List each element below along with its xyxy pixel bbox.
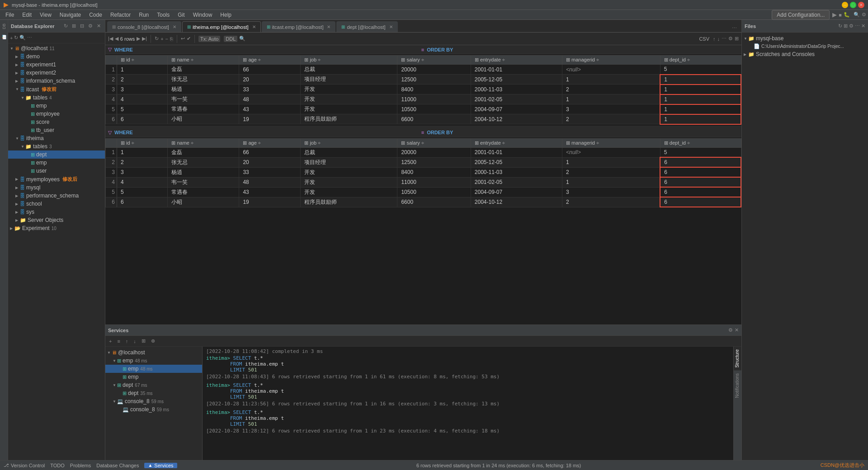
svc-emp-parent[interactable]: ▼ ⊞ emp 48 ms xyxy=(105,357,202,365)
svc-up-btn[interactable]: ↑ xyxy=(124,338,130,344)
svc-new-btn[interactable]: + xyxy=(107,338,113,344)
table-cell[interactable]: 杨逍 xyxy=(168,167,239,177)
rp-more-btn[interactable]: ⋯ xyxy=(855,23,860,29)
th-deptid-1[interactable]: ⊞ dept_id ÷ xyxy=(660,56,741,65)
search-button[interactable]: 🔍 xyxy=(854,12,860,18)
table-row[interactable]: 66小昭19程序员鼓励师66002004-10-1221 xyxy=(106,114,741,124)
table-cell[interactable]: 6600 xyxy=(397,114,471,124)
table-row[interactable]: 33杨逍33开发84002000-11-0326 xyxy=(106,167,741,177)
table-cell[interactable]: 4 xyxy=(106,177,117,187)
tab-dept[interactable]: ⊞ dept [@localhost] ✕ xyxy=(336,21,397,32)
table-cell[interactable]: 3 xyxy=(117,85,168,94)
tab-itheima-emp[interactable]: ⊞ itheima.emp [@localhost] ✕ xyxy=(182,21,261,32)
table-cell[interactable]: 1 xyxy=(562,75,660,85)
table-cell[interactable]: 2000-11-03 xyxy=(471,167,562,177)
menu-code[interactable]: Code xyxy=(85,11,106,19)
table-cell[interactable]: 11000 xyxy=(397,177,471,187)
tab-itcast-emp-close[interactable]: ✕ xyxy=(327,24,330,29)
table-cell[interactable]: 5 xyxy=(106,187,117,197)
table-cell[interactable]: 2 xyxy=(562,85,660,94)
close-button[interactable]: ✕ xyxy=(858,2,864,8)
table-cell[interactable]: 2005-12-05 xyxy=(471,157,562,167)
tree-item-demo[interactable]: ▶ 🗄 demo xyxy=(8,52,105,61)
files-scratches[interactable]: ▶ 📁 Scratches and Consoles xyxy=(742,50,868,58)
csv-btn[interactable]: CSV xyxy=(697,36,711,42)
table-cell[interactable]: 6600 xyxy=(397,197,471,207)
more-btn[interactable]: ⋯ xyxy=(27,35,32,41)
table-cell[interactable]: 2 xyxy=(106,157,117,167)
th-entrydate-1[interactable]: ⊞ entrydate ÷ xyxy=(471,56,562,65)
table-cell[interactable]: 6 xyxy=(660,177,741,187)
table-cell[interactable]: 33 xyxy=(239,85,301,94)
table-cell[interactable]: 开发 xyxy=(301,177,397,187)
menu-view[interactable]: View xyxy=(36,11,55,19)
table-cell[interactable]: 常遇春 xyxy=(168,187,239,197)
table-cell[interactable]: 19 xyxy=(239,114,301,124)
reload-btn[interactable]: ↻ xyxy=(155,36,159,42)
rp-close-btn[interactable]: ✕ xyxy=(861,23,865,29)
table-cell[interactable]: 1 xyxy=(106,65,117,75)
layout-btn[interactable]: ⊞ xyxy=(735,36,739,42)
table-cell[interactable]: 8400 xyxy=(397,167,471,177)
table-cell[interactable]: 2 xyxy=(562,167,660,177)
table-cell[interactable]: 2001-02-05 xyxy=(471,177,562,187)
table-cell[interactable]: 2 xyxy=(562,114,660,124)
table-row[interactable]: 22张无忌20项目经理125002005-12-0516 xyxy=(106,157,741,167)
table-cell[interactable]: 2004-09-07 xyxy=(471,104,562,114)
tree-item-itheima-user[interactable]: ⊞ user xyxy=(8,167,105,175)
add-configuration-button[interactable]: Add Configuration... xyxy=(772,10,830,20)
bookmark-gutter-icon[interactable]: 📑 xyxy=(1,33,7,42)
services-log[interactable]: [2022-10-28 11:08:42] completed in 3 ms … xyxy=(203,347,733,460)
status-db-changes[interactable]: Database Changes xyxy=(96,463,139,468)
table-cell[interactable]: 开发 xyxy=(301,187,397,197)
menu-help[interactable]: Help xyxy=(217,11,235,19)
more-options-btn[interactable]: ⋯ xyxy=(722,36,726,42)
table-cell[interactable]: 张无忌 xyxy=(168,157,239,167)
refresh-sidebar-button[interactable]: ↻ xyxy=(62,23,69,29)
th-name-1[interactable]: ⊞ name ÷ xyxy=(168,56,239,65)
results-container[interactable]: ▽ WHERE ≡ ORDER BY ⊞ id ÷ ⊞ name xyxy=(105,45,741,324)
table-cell[interactable]: 66 xyxy=(239,147,301,157)
table-cell[interactable]: 2001-01-01 xyxy=(471,65,562,75)
table-cell[interactable]: 12500 xyxy=(397,157,471,167)
table-cell[interactable]: 2005-12-05 xyxy=(471,75,562,85)
table-cell[interactable]: 韦一笑 xyxy=(168,177,239,187)
th-managerid-1[interactable]: ⊞ managerid ÷ xyxy=(562,56,660,65)
services-settings-btn[interactable]: ⚙ xyxy=(728,327,733,333)
tree-item-experiment2[interactable]: ▶ 🗄 experiment2 xyxy=(8,69,105,77)
rp-expand-btn[interactable]: ⊞ xyxy=(844,23,848,29)
table-cell[interactable]: 1 xyxy=(106,147,117,157)
table-cell[interactable]: 10500 xyxy=(397,104,471,114)
table-cell[interactable]: 韦一笑 xyxy=(168,94,239,104)
svc-emp-active[interactable]: ⊞ emp 48 ms xyxy=(105,365,202,373)
table-cell[interactable]: 10500 xyxy=(397,187,471,197)
table-cell[interactable]: 开发 xyxy=(301,167,397,177)
table-cell[interactable]: 4 xyxy=(106,94,117,104)
table-cell[interactable]: 6 xyxy=(117,114,168,124)
menu-edit[interactable]: Edit xyxy=(19,11,35,19)
table-cell[interactable]: 3 xyxy=(106,167,117,177)
new-connection-btn[interactable]: + xyxy=(10,35,13,41)
th-id-2[interactable]: ⊞ id ÷ xyxy=(117,138,168,147)
table-row[interactable]: 55常遇春43开发105002004-09-0736 xyxy=(106,187,741,197)
table-cell[interactable]: <null> xyxy=(562,65,660,75)
th-deptid-2[interactable]: ⊞ dept_id ÷ xyxy=(660,138,741,147)
table-cell[interactable]: 程序员鼓励师 xyxy=(301,197,397,207)
tree-item-itcast[interactable]: ▼ 🗄 itcast 修改前 xyxy=(8,85,105,94)
stop-button[interactable]: ■ xyxy=(839,12,842,18)
table-cell[interactable]: 金磊 xyxy=(168,65,239,75)
table-row[interactable]: 11金磊66总裁200002001-01-01<null>5 xyxy=(106,147,741,157)
status-todo[interactable]: TODO xyxy=(50,463,65,468)
copy-row-btn[interactable]: ⎘ xyxy=(170,36,173,42)
add-row-btn[interactable]: + xyxy=(160,36,163,42)
svc-group-btn[interactable]: ⊞ xyxy=(140,338,147,344)
menu-refactor[interactable]: Refactor xyxy=(107,11,134,19)
maximize-button[interactable]: □ xyxy=(850,2,856,8)
submit-btn[interactable]: ✔ xyxy=(187,36,191,42)
minimize-button[interactable]: ─ xyxy=(842,2,848,8)
table-cell[interactable]: 6 xyxy=(660,167,741,177)
notifications-tab[interactable]: Notifications xyxy=(734,371,741,400)
tree-item-itcast-tb-user[interactable]: ⊞ tb_user xyxy=(8,126,105,134)
more-tabs-button[interactable]: ⋯ xyxy=(729,24,740,32)
schema-filter-btn[interactable]: 🔍 xyxy=(19,35,26,41)
